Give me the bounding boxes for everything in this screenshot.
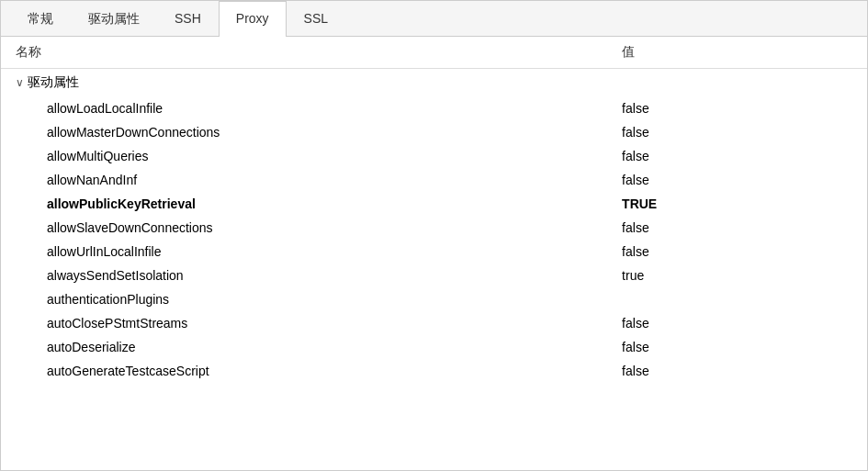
prop-value: false [607,96,867,120]
prop-value: false [607,120,867,144]
table-row[interactable]: autoGenerateTestcaseScriptfalse [1,359,867,383]
table-row[interactable]: autoClosePStmtStreamsfalse [1,311,867,335]
section-header-driver-props[interactable]: ∨驱动属性 [1,69,867,97]
col-header-name: 名称 [1,37,607,69]
table-row[interactable]: authenticationPlugins [1,287,867,311]
prop-value: false [607,359,867,383]
prop-value: false [607,168,867,192]
tab-proxy[interactable]: Proxy [219,1,287,37]
prop-name: allowMultiQueries [1,144,607,168]
prop-value: true [607,264,867,287]
prop-name: allowPublicKeyRetrieval [1,192,607,216]
table-row[interactable]: allowPublicKeyRetrievalTRUE [1,192,867,216]
table-row[interactable]: allowNanAndInffalse [1,168,867,192]
tab-general[interactable]: 常规 [10,1,71,37]
tab-driver-props[interactable]: 驱动属性 [71,1,157,37]
prop-name: allowSlaveDownConnections [1,216,607,240]
prop-name: allowLoadLocalInfile [1,96,607,120]
prop-value: false [607,240,867,264]
table-row[interactable]: allowLoadLocalInfilefalse [1,96,867,120]
prop-value: false [607,216,867,240]
section-label: 驱动属性 [28,74,79,89]
prop-value: false [607,335,867,359]
prop-value: false [607,144,867,168]
table-row[interactable]: allowUrlInLocalInfilefalse [1,240,867,264]
tab-ssh[interactable]: SSH [157,1,219,37]
content-area: 名称 值 ∨驱动属性allowLoadLocalInfilefalseallow… [1,37,867,470]
table-row[interactable]: allowMultiQueriesfalse [1,144,867,168]
prop-name: autoClosePStmtStreams [1,311,607,335]
col-header-value: 值 [607,37,867,69]
prop-name: allowUrlInLocalInfile [1,240,607,264]
main-window: 常规驱动属性SSHProxySSL 名称 值 ∨驱动属性allowLoadLoc… [0,0,868,471]
prop-name: autoGenerateTestcaseScript [1,359,607,383]
tab-bar: 常规驱动属性SSHProxySSL [1,1,867,37]
prop-name: allowMasterDownConnections [1,120,607,144]
table-row[interactable]: autoDeserializefalse [1,335,867,359]
prop-name: allowNanAndInf [1,168,607,192]
table-row[interactable]: allowSlaveDownConnectionsfalse [1,216,867,240]
prop-value: TRUE [607,192,867,216]
prop-name: alwaysSendSetIsolation [1,264,607,287]
prop-value: false [607,311,867,335]
table-row[interactable]: alwaysSendSetIsolationtrue [1,264,867,287]
prop-value [607,287,867,311]
table-row[interactable]: allowMasterDownConnectionsfalse [1,120,867,144]
properties-table: 名称 值 ∨驱动属性allowLoadLocalInfilefalseallow… [1,37,867,383]
prop-name: autoDeserialize [1,335,607,359]
prop-name: authenticationPlugins [1,287,607,311]
tab-ssl[interactable]: SSL [287,1,345,37]
section-toggle-icon: ∨ [16,76,24,89]
